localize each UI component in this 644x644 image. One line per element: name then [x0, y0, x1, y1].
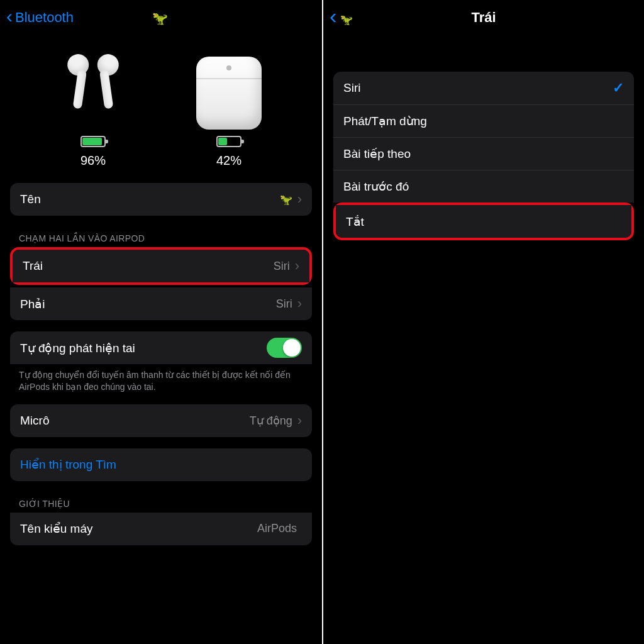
name-group: Tên › [10, 183, 312, 216]
option-label: Siri [343, 81, 613, 95]
about-header: GIỚI THIỆU [10, 492, 312, 513]
name-label: Tên [20, 192, 280, 206]
airpods-case-image [196, 57, 262, 130]
highlight-off-option: Tắt [333, 203, 634, 240]
chevron-right-icon: › [297, 191, 302, 208]
doubletap-left-row[interactable]: Trái Siri › [13, 250, 309, 282]
ear-detect-label: Tự động phát hiện tai [20, 341, 267, 355]
checkmark-icon: ✓ [613, 80, 624, 96]
doubletap-right-row[interactable]: Phải Siri › [10, 287, 312, 320]
settings-airpods-pane: ‹ Bluetooth 96% 42% Tên › [0, 0, 322, 644]
model-value: AirPods [257, 522, 297, 535]
option-play-pause[interactable]: Phát/Tạm dừng [333, 104, 634, 137]
option-off[interactable]: Tắt [336, 205, 631, 238]
option-label: Bài tiếp theo [343, 147, 624, 161]
chevron-right-icon: › [295, 258, 299, 274]
airpods-battery-fill [82, 138, 102, 145]
ear-detect-group: Tự động phát hiện tai Tự động chuyển đổi… [10, 331, 312, 393]
highlight-left-row: Trái Siri › [10, 247, 312, 285]
page-title: Trái [323, 9, 644, 26]
findmy-row[interactable]: Hiển thị trong Tìm [10, 448, 312, 481]
option-label: Bài trước đó [343, 179, 624, 194]
chevron-left-icon: ‹ [6, 7, 13, 26]
option-label: Phát/Tạm dừng [343, 114, 624, 128]
airpods-hero: 96% 42% [0, 35, 322, 172]
mic-value: Tự động [250, 414, 292, 428]
case-battery-pct: 42% [216, 153, 242, 168]
option-prev-track[interactable]: Bài trước đó [333, 170, 634, 203]
findmy-group: Hiển thị trong Tìm [10, 448, 312, 481]
model-label: Tên kiểu máy [20, 521, 257, 536]
option-next-track[interactable]: Bài tiếp theo [333, 137, 634, 170]
mic-row[interactable]: Micrô Tự động › [10, 404, 312, 437]
option-label: Tắt [346, 214, 621, 229]
ear-detect-footer: Tự động chuyển đổi tuyến âm thanh từ các… [10, 364, 312, 393]
chevron-right-icon: › [297, 296, 302, 312]
back-button[interactable]: ‹ Bluetooth [6, 9, 74, 26]
doubletap-right-value: Siri [276, 297, 292, 311]
device-name-value-icon [280, 192, 297, 206]
airpods-battery [80, 136, 106, 147]
case-battery [216, 136, 242, 147]
case-column: 42% [172, 54, 286, 168]
name-row[interactable]: Tên › [10, 183, 312, 216]
airpods-column: 96% [36, 54, 150, 168]
airpods-image [55, 54, 131, 130]
doubletap-header: CHẠM HAI LẦN VÀO AIRPOD [10, 227, 312, 247]
doubletap-left-value: Siri [274, 260, 290, 273]
ear-detect-toggle[interactable] [267, 338, 302, 358]
findmy-label: Hiển thị trong Tìm [20, 457, 302, 472]
nav-bar: ‹ Trái [323, 0, 644, 35]
ear-detect-row[interactable]: Tự động phát hiện tai [10, 331, 312, 364]
about-group: GIỚI THIỆU Tên kiểu máy AirPods [10, 492, 312, 545]
model-row[interactable]: Tên kiểu máy AirPods [10, 513, 312, 545]
back-label: Bluetooth [15, 9, 74, 26]
nav-bar: ‹ Bluetooth [0, 0, 322, 35]
airpods-battery-pct: 96% [80, 153, 106, 168]
doubletap-left-label: Trái [23, 259, 274, 273]
doubletap-group: CHẠM HAI LẦN VÀO AIRPOD Trái Siri › Phải… [10, 227, 312, 320]
action-options-group: Siri ✓ Phát/Tạm dừng Bài tiếp theo Bài t… [333, 72, 634, 240]
mic-group: Micrô Tự động › [10, 404, 312, 437]
device-name-icon [152, 11, 170, 25]
case-battery-fill [218, 138, 227, 145]
left-action-picker-pane: ‹ Trái Siri ✓ Phát/Tạm dừng Bài tiếp the… [322, 0, 644, 644]
doubletap-right-label: Phải [20, 297, 276, 311]
chevron-right-icon: › [297, 413, 302, 429]
option-siri[interactable]: Siri ✓ [333, 72, 634, 104]
mic-label: Micrô [20, 414, 250, 428]
